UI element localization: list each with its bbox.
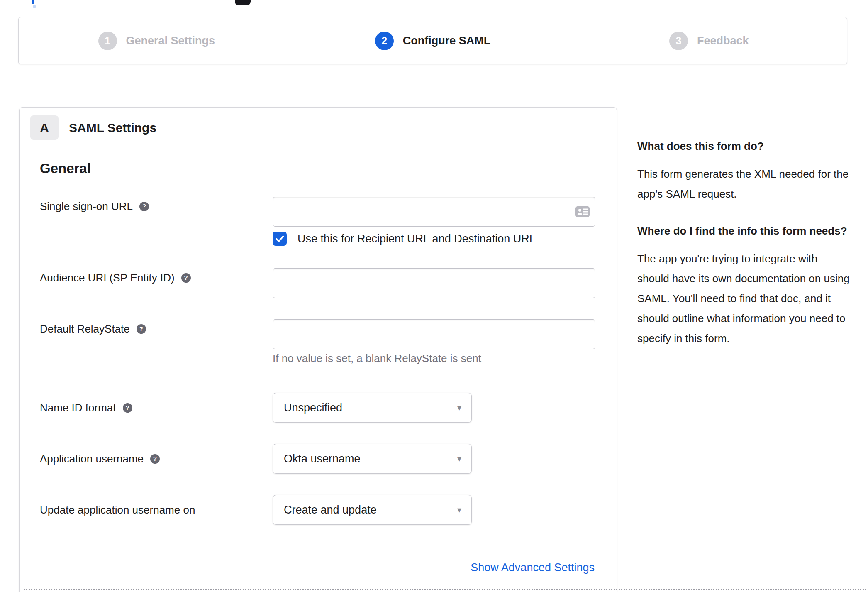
bottom-dotted-divider [24, 589, 866, 590]
audience-uri-input[interactable] [273, 268, 595, 298]
name-id-format-label: Name ID format ? [40, 401, 132, 414]
relay-state-label: Default RelayState ? [40, 322, 146, 335]
step-general-settings[interactable]: 1 General Settings [19, 17, 295, 64]
sso-url-input[interactable] [273, 197, 595, 227]
application-username-label: Application username ? [40, 452, 160, 465]
sso-url-label-text: Single sign-on URL [40, 200, 133, 213]
name-id-format-value: Unspecified [284, 401, 342, 414]
help-body-what: This form generates the XML needed for t… [637, 164, 851, 204]
audience-uri-input-wrap [273, 268, 595, 298]
relay-state-hint: If no value is set, a blank RelayState i… [273, 352, 481, 365]
step-3-number-badge: 3 [669, 32, 688, 50]
header-divider [0, 11, 868, 11]
help-heading-where: Where do I find the info this form needs… [637, 223, 851, 239]
update-username-label-text: Update application username on [40, 503, 195, 516]
name-id-format-select[interactable]: Unspecified ▾ [273, 393, 472, 423]
application-username-value: Okta username [284, 453, 361, 465]
step-feedback[interactable]: 3 Feedback [571, 17, 847, 64]
relay-state-input-wrap [273, 319, 595, 349]
help-icon[interactable]: ? [137, 324, 146, 334]
recipient-url-checkbox-label: Use this for Recipient URL and Destinati… [297, 232, 536, 245]
section-a-badge: A [30, 115, 59, 140]
step-1-label: General Settings [126, 34, 215, 47]
check-icon [276, 235, 284, 242]
help-icon[interactable]: ? [181, 273, 191, 283]
recipient-url-checkbox[interactable] [273, 232, 287, 246]
audience-uri-label-text: Audience URI (SP Entity ID) [40, 271, 175, 284]
sso-url-label: Single sign-on URL ? [40, 200, 149, 213]
cutoff-header-blue-mark-faint [33, 5, 36, 8]
step-2-number-badge: 2 [375, 32, 394, 50]
help-icon[interactable]: ? [150, 454, 160, 464]
update-username-value: Create and update [284, 504, 377, 516]
caret-down-icon: ▾ [457, 455, 461, 463]
cutoff-header-blue-mark [32, 0, 34, 4]
step-2-label: Configure SAML [403, 34, 490, 47]
name-id-format-label-text: Name ID format [40, 401, 116, 414]
recipient-url-checkbox-row: Use this for Recipient URL and Destinati… [273, 232, 536, 246]
application-username-select[interactable]: Okta username ▾ [273, 444, 472, 474]
update-username-select[interactable]: Create and update ▾ [273, 495, 472, 525]
saml-settings-panel: A SAML Settings General Single sign-on U… [19, 107, 617, 592]
step-3-label: Feedback [697, 34, 749, 47]
general-section-title: General [40, 161, 91, 176]
help-heading-what: What does this form do? [637, 138, 851, 154]
relay-state-input[interactable] [273, 319, 595, 349]
step-configure-saml[interactable]: 2 Configure SAML [295, 17, 571, 64]
caret-down-icon: ▾ [457, 506, 461, 514]
update-username-label: Update application username on [40, 503, 195, 516]
help-body-where: The app you're trying to integrate with … [637, 249, 851, 348]
help-icon[interactable]: ? [123, 403, 132, 413]
help-panel: What does this form do? This form genera… [637, 138, 851, 348]
sso-url-input-wrap [273, 197, 595, 227]
panel-title: SAML Settings [69, 115, 156, 140]
wizard-stepper: 1 General Settings 2 Configure SAML 3 Fe… [18, 17, 847, 64]
show-advanced-settings-link[interactable]: Show Advanced Settings [471, 561, 595, 574]
application-username-label-text: Application username [40, 452, 144, 465]
cutoff-header-dark-shape [235, 0, 251, 5]
relay-state-label-text: Default RelayState [40, 322, 130, 335]
step-1-number-badge: 1 [98, 32, 117, 50]
help-icon[interactable]: ? [139, 202, 149, 211]
contact-card-icon[interactable] [575, 206, 590, 217]
caret-down-icon: ▾ [457, 404, 461, 412]
audience-uri-label: Audience URI (SP Entity ID) ? [40, 271, 191, 284]
